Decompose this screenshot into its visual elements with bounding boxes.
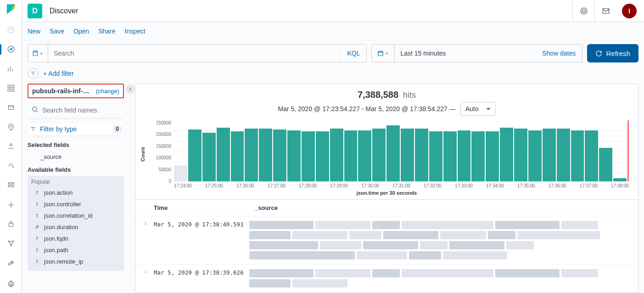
field-item[interactable]: tjson.path [31, 244, 120, 256]
collapse-sidebar-button[interactable] [126, 85, 135, 94]
filter-by-type-button[interactable]: Filter by type 0 [28, 122, 124, 136]
histogram-bar[interactable] [273, 130, 286, 181]
histogram-bar[interactable] [401, 129, 414, 181]
histogram-bar[interactable] [302, 131, 315, 181]
histogram-bar[interactable] [174, 165, 187, 181]
field-item[interactable]: tjson.action [31, 187, 120, 198]
histogram-bar[interactable] [443, 131, 457, 181]
rail-metrics-icon[interactable] [2, 157, 20, 175]
histogram-bar[interactable] [217, 128, 230, 181]
histogram-bar[interactable] [188, 130, 202, 181]
filter-by-type-count: 0 [113, 125, 122, 133]
rail-devtools-icon[interactable] [2, 254, 20, 271]
histogram-bar[interactable] [358, 130, 371, 181]
search-input[interactable] [48, 45, 340, 62]
x-tick: 17:29:00 [330, 183, 348, 188]
histogram-bar[interactable] [372, 129, 386, 181]
rail-apm-icon[interactable] [2, 196, 20, 214]
histogram-bar[interactable] [330, 129, 343, 181]
user-avatar[interactable]: I [622, 4, 637, 18]
rail-dashboard-icon[interactable] [2, 79, 20, 97]
y-axis-label: Count [140, 147, 146, 162]
y-tick: 0 [168, 179, 171, 184]
expand-row-icon[interactable] [143, 221, 150, 226]
field-search-input[interactable] [28, 102, 124, 118]
inbox-icon[interactable] [594, 0, 616, 22]
open-button[interactable]: Open [73, 28, 89, 35]
svg-point-10 [10, 203, 12, 206]
field-item[interactable]: tjson.remote_ip [31, 256, 120, 267]
toolbar: New Save Open Share Inspect [22, 22, 644, 40]
rail-uptime-icon[interactable] [2, 215, 20, 233]
histogram-bar[interactable] [231, 131, 244, 181]
histogram-bar[interactable] [429, 131, 442, 181]
histogram-bar[interactable] [514, 129, 527, 181]
histogram-bar[interactable] [316, 131, 329, 181]
histogram-bar[interactable] [528, 130, 542, 181]
histogram-bar[interactable] [500, 128, 513, 181]
save-button[interactable]: Save [50, 28, 64, 35]
rail-discover-icon[interactable] [2, 40, 20, 58]
refresh-button[interactable]: Refresh [587, 44, 638, 62]
index-pattern-change[interactable]: (change) [96, 88, 119, 95]
row-source [249, 221, 631, 259]
histogram-bar[interactable] [557, 129, 570, 181]
histogram-bar[interactable] [458, 130, 471, 181]
rail-visualize-icon[interactable] [2, 60, 20, 78]
interval-select[interactable]: Auto [460, 102, 496, 116]
inspect-button[interactable]: Inspect [125, 28, 146, 35]
rail-ml-icon[interactable] [2, 138, 20, 155]
rail-management-icon[interactable] [2, 276, 20, 293]
share-button[interactable]: Share [98, 28, 115, 35]
histogram-bar[interactable] [202, 133, 216, 181]
histogram-bar[interactable] [613, 178, 627, 181]
kql-button[interactable]: KQL [340, 45, 366, 62]
svg-point-7 [10, 144, 12, 146]
add-filter-button[interactable]: + Add filter [43, 70, 74, 77]
field-type-icon: t [33, 236, 40, 242]
rail-maps-icon[interactable] [2, 118, 20, 135]
histogram-bar[interactable] [471, 131, 485, 181]
histogram-bar[interactable] [245, 129, 258, 181]
kibana-logo[interactable] [6, 4, 17, 15]
histogram-bar[interactable] [599, 148, 612, 181]
histogram-bar[interactable] [571, 130, 584, 181]
histogram-bar[interactable] [259, 129, 272, 181]
x-tick: 17:25:00 [205, 183, 223, 188]
rail-canvas-icon[interactable] [2, 99, 20, 116]
rail-graph-icon[interactable] [2, 235, 20, 252]
field-item[interactable]: #json.duration [31, 221, 120, 233]
column-source[interactable]: _source [255, 204, 278, 211]
histogram-chart[interactable]: Count 250000200000150000100000500000 17:… [135, 120, 638, 188]
time-marker [627, 120, 629, 181]
field-item[interactable]: tjson.fqdn [31, 233, 120, 244]
field-name: json.duration [44, 224, 78, 231]
field-item[interactable]: tjson.controller [31, 198, 120, 210]
svg-rect-19 [33, 51, 37, 56]
newsfeed-icon[interactable] [572, 0, 594, 22]
histogram-bar[interactable] [344, 130, 358, 181]
index-pattern-selector[interactable]: pubsub-rails-inf-… (change) [28, 84, 124, 98]
expand-row-icon[interactable] [143, 269, 150, 275]
field-item[interactable]: tjson.correlation_id [31, 210, 120, 221]
histogram-bar[interactable] [415, 129, 428, 181]
row-time: Mar 5, 2020 @ 17:38:40.591 [154, 221, 246, 228]
rail-recent-icon[interactable] [2, 21, 20, 39]
histogram-bar[interactable] [585, 130, 598, 181]
rail-logs-icon[interactable] [2, 176, 20, 194]
show-dates-button[interactable]: Show dates [536, 50, 582, 57]
date-picker-button[interactable] [372, 45, 395, 62]
histogram-bar[interactable] [386, 125, 400, 181]
new-button[interactable]: New [28, 28, 40, 35]
histogram-bar[interactable] [287, 130, 301, 181]
field-name: json.remote_ip [44, 258, 83, 265]
histogram-bar[interactable] [486, 131, 499, 181]
svg-rect-9 [8, 186, 14, 187]
filter-options-icon[interactable] [28, 68, 39, 79]
histogram-bar[interactable] [543, 129, 556, 181]
field-item[interactable]: _source [28, 151, 124, 163]
column-time[interactable]: Time [154, 204, 255, 211]
date-range-text[interactable]: Last 15 minutes [395, 50, 536, 57]
svg-rect-3 [11, 85, 14, 87]
saved-queries-button[interactable] [28, 45, 48, 62]
